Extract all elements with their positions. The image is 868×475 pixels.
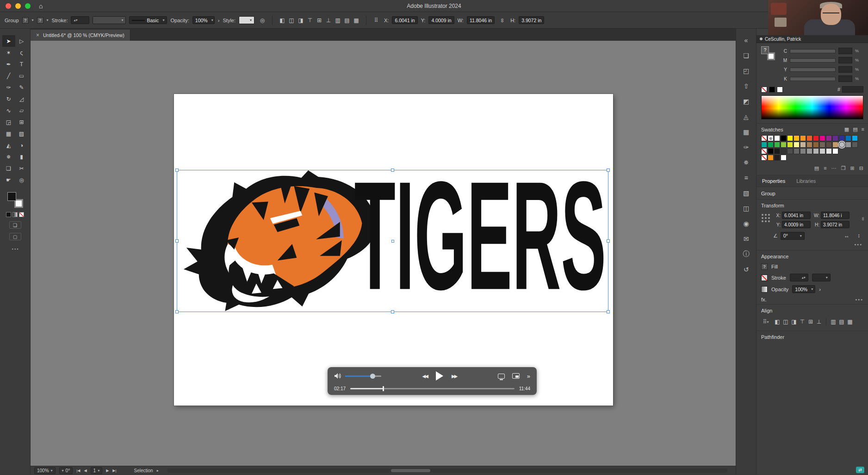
new-swatch-icon[interactable]: ⊞ <box>850 165 855 171</box>
asset-export-icon[interactable]: ⇧ <box>738 78 754 94</box>
w-field[interactable]: 11.8046 in <box>467 16 495 24</box>
y-field[interactable]: 4.0009 in <box>428 16 454 24</box>
swatch[interactable] <box>774 135 780 141</box>
black-color-button[interactable] <box>769 87 775 93</box>
swatch[interactable] <box>787 135 793 141</box>
swatch[interactable] <box>839 142 845 148</box>
swatch[interactable] <box>813 135 819 141</box>
swatch[interactable] <box>774 148 780 154</box>
swatch[interactable] <box>768 148 774 154</box>
scrollbar-thumb[interactable] <box>391 469 430 472</box>
swatch-options-icon[interactable]: ⋯ <box>831 165 837 171</box>
selection-handle-sw[interactable] <box>175 310 179 313</box>
selection-center-point[interactable] <box>391 240 394 243</box>
transform-h-field[interactable]: 3.9072 in <box>821 221 849 228</box>
tab-libraries[interactable]: Libraries <box>791 175 821 187</box>
color-spectrum[interactable] <box>761 95 863 119</box>
swatch[interactable] <box>768 142 774 148</box>
opacity-panel-arrow-icon[interactable]: › <box>819 287 821 292</box>
x-field[interactable]: 6.0041 in <box>392 16 417 24</box>
swatch[interactable] <box>839 135 845 141</box>
width-tool[interactable]: ∿ <box>2 105 15 116</box>
swatch[interactable] <box>781 135 787 141</box>
artboard-number-field[interactable]: 1▾ <box>91 467 103 474</box>
swatch[interactable] <box>806 135 812 141</box>
vertical-align-bottom-icon[interactable]: ⊥ <box>324 16 333 25</box>
swatch[interactable] <box>774 142 780 148</box>
stroke-picker-chevron-icon[interactable]: ▾ <box>47 18 49 22</box>
document-tab[interactable]: × Untitled-6* @ 100 % (CMYK/Preview) <box>31 30 130 41</box>
rewind-button[interactable]: ◀◀ <box>422 374 427 379</box>
more-controls-icon[interactable]: » <box>527 373 530 380</box>
selection-handle-se[interactable] <box>607 310 610 313</box>
selection-handle-e[interactable] <box>607 239 610 243</box>
history-icon[interactable]: ↺ <box>738 262 754 277</box>
shape-builder-tool[interactable]: ◲ <box>2 116 15 128</box>
appearance-stroke-swatch[interactable] <box>761 275 768 281</box>
color-fill-stroke-proxy[interactable]: ? <box>761 46 775 60</box>
screen-mode-button[interactable]: ▢ <box>9 233 21 240</box>
speaker-icon[interactable] <box>334 373 341 379</box>
first-artboard-button[interactable]: |◀ <box>76 469 80 473</box>
rotation-dropdown[interactable]: ▾0° <box>59 467 73 474</box>
pencil-tool[interactable]: ✎ <box>15 81 28 93</box>
swatch[interactable] <box>852 135 858 141</box>
fill-swatch[interactable] <box>7 192 16 201</box>
style-dropdown[interactable]: ▾ <box>239 16 254 24</box>
swatch[interactable] <box>787 148 793 154</box>
align-to-selection-dropdown[interactable]: ⠿▾ <box>761 318 770 326</box>
align-middle-icon[interactable]: ⊞ <box>806 318 815 326</box>
horizontal-align-right-icon[interactable]: ◨ <box>296 16 305 25</box>
scale-tool[interactable]: ◿ <box>15 93 28 105</box>
none-color-button[interactable] <box>761 87 767 93</box>
swatch-view-grid-icon[interactable]: ▦ <box>844 126 849 132</box>
m-slider[interactable] <box>790 58 836 62</box>
volume-slider[interactable] <box>345 375 381 377</box>
selection-handle-w[interactable] <box>175 239 179 243</box>
zoom-tool[interactable]: ◎ <box>15 174 28 186</box>
picture-in-picture-icon[interactable] <box>512 373 520 379</box>
selection-tool[interactable]: ➤ <box>2 35 15 47</box>
last-artboard-button[interactable]: ▶| <box>112 469 116 473</box>
selection-handle-ne[interactable] <box>607 169 610 172</box>
lasso-tool[interactable]: ς <box>15 47 28 58</box>
stroke-weight-stepper[interactable]: ▴▾ <box>790 274 808 281</box>
fill-stroke-proxy[interactable] <box>7 192 23 208</box>
previous-artboard-button[interactable]: ◀ <box>84 469 87 473</box>
mesh-tool[interactable]: ▦ <box>2 128 15 139</box>
white-color-button[interactable] <box>777 87 783 93</box>
tab-properties[interactable]: Properties <box>756 175 791 187</box>
swatch[interactable] <box>781 155 787 161</box>
distribute-center-icon[interactable]: ▤ <box>837 318 846 326</box>
swatch-registration[interactable]: ⊕ <box>768 135 774 141</box>
none-mode-button[interactable] <box>19 212 24 217</box>
fill-picker-chevron-icon[interactable]: ▾ <box>32 18 34 22</box>
hex-value-field[interactable] <box>842 86 863 93</box>
swatch[interactable] <box>787 142 793 148</box>
swatch[interactable] <box>794 142 800 148</box>
delete-swatch-icon[interactable]: ⊟ <box>859 165 863 171</box>
seek-thumb[interactable] <box>383 386 384 391</box>
collapse-panels-icon[interactable]: « <box>738 32 754 48</box>
swatch-none[interactable] <box>761 155 767 161</box>
distribute-right-icon[interactable]: ▦ <box>846 318 854 326</box>
magic-wand-tool[interactable]: ✶ <box>2 47 15 58</box>
eyedropper-tool[interactable]: ◭ <box>2 139 15 151</box>
stroke-unit-dropdown[interactable]: ▾ <box>812 274 831 281</box>
fill-color-picker[interactable]: ? <box>22 17 29 24</box>
swatch[interactable] <box>800 142 806 148</box>
transform-more-options[interactable]: ••• <box>756 242 868 250</box>
swatch[interactable] <box>774 155 780 161</box>
panel-menu-icon[interactable]: ≡ <box>862 126 864 132</box>
swatch[interactable] <box>819 135 825 141</box>
h-field[interactable]: 3.9072 in <box>519 16 544 24</box>
volume-thumb[interactable] <box>370 374 375 379</box>
transform-w-field[interactable]: 11.8046 i <box>821 212 849 219</box>
selection-bounding-box[interactable]: TIGERS <box>177 170 608 312</box>
comments-icon[interactable]: ✉ <box>738 231 754 246</box>
free-transform-tool[interactable]: ▱ <box>15 105 28 116</box>
align-center-icon[interactable]: ◫ <box>781 318 790 326</box>
swatch[interactable] <box>813 142 819 148</box>
hand-tool[interactable]: ☛ <box>2 174 15 186</box>
paintbrush-tool[interactable]: ✑ <box>2 81 15 93</box>
